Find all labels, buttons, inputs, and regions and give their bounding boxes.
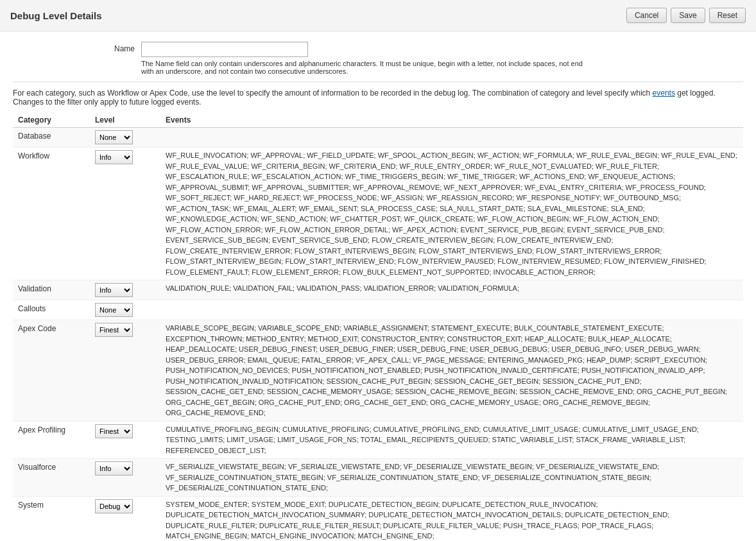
header-reset-button[interactable]: Reset	[709, 8, 746, 23]
table-row: SystemNoneInfoFineFinerFinestDebugWarnEr…	[13, 496, 743, 541]
level-select-callouts[interactable]: NoneInfoFineFinerFinestDebugWarnError	[95, 303, 133, 317]
events-cell: VARIABLE_SCOPE_BEGIN; VARIABLE_SCOPE_END…	[160, 320, 743, 422]
level-select-system[interactable]: NoneInfoFineFinerFinestDebugWarnError	[95, 499, 133, 513]
category-cell: Apex Profiling	[13, 421, 90, 459]
table-row: CalloutsNoneInfoFineFinerFinestDebugWarn…	[13, 300, 743, 320]
level-cell: NoneInfoFineFinerFinestDebugWarnError	[90, 496, 160, 541]
category-cell: Database	[13, 128, 90, 148]
level-select-workflow[interactable]: NoneInfoFineFinerFinestDebugWarnError	[95, 150, 133, 164]
level-select-visualforce[interactable]: NoneInfoFineFinerFinestDebugWarnError	[95, 461, 133, 476]
content-area: Name The Name field can only contain und…	[0, 31, 756, 541]
page-title: Debug Level Details	[10, 10, 102, 21]
events-cell: CUMULATIVE_PROFILING_BEGIN; CUMULATIVE_P…	[160, 421, 743, 459]
events-cell: WF_RULE_INVOCATION; WF_APPROVAL; WF_FIEL…	[160, 148, 743, 280]
table-row: WorkflowNoneInfoFineFinerFinestDebugWarn…	[13, 148, 743, 280]
level-cell: NoneInfoFineFinerFinestDebugWarnError	[90, 320, 160, 422]
name-row: Name The Name field can only contain und…	[13, 42, 743, 75]
category-cell: Workflow	[13, 148, 90, 280]
page-wrapper: Debug Level Details Cancel Save Reset Na…	[0, 0, 756, 541]
header-cancel-button[interactable]: Cancel	[626, 8, 667, 23]
category-cell: Visualforce	[13, 459, 90, 497]
name-input[interactable]	[141, 42, 308, 57]
category-cell: Apex Code	[13, 320, 90, 422]
events-cell: VF_SERIALIZE_VIEWSTATE_BEGIN; VF_SERIALI…	[160, 459, 743, 497]
level-select-apex-code[interactable]: NoneInfoFineFinerFinestDebugWarnError	[95, 323, 133, 337]
level-select-validation[interactable]: NoneInfoFineFinerFinestDebugWarnError	[95, 283, 133, 297]
table-row: DatabaseNoneInfoFineFinerFinestDebugWarn…	[13, 128, 743, 148]
table-row: VisualforceNoneInfoFineFinerFinestDebugW…	[13, 459, 743, 497]
level-cell: NoneInfoFineFinerFinestDebugWarnError	[90, 148, 160, 280]
table-row: Apex ProfilingNoneInfoFineFinerFinestDeb…	[13, 421, 743, 459]
name-input-area: The Name field can only contain undersco…	[141, 42, 743, 75]
level-cell: NoneInfoFineFinerFinestDebugWarnError	[90, 421, 160, 459]
category-cell: System	[13, 496, 90, 541]
category-cell: Validation	[13, 280, 90, 300]
events-cell	[160, 128, 743, 148]
header: Debug Level Details Cancel Save Reset	[0, 0, 756, 31]
category-cell: Callouts	[13, 300, 90, 320]
level-cell: NoneInfoFineFinerFinestDebugWarnError	[90, 128, 160, 148]
events-cell: SYSTEM_MODE_ENTER; SYSTEM_MODE_EXIT; DUP…	[160, 496, 743, 541]
name-label: Name	[13, 42, 141, 53]
name-hint: The Name field can only contain undersco…	[141, 60, 590, 75]
table-row: Apex CodeNoneInfoFineFinerFinestDebugWar…	[13, 320, 743, 422]
events-link[interactable]: events	[653, 89, 675, 98]
col-header-events: Events	[160, 113, 743, 128]
col-header-level: Level	[90, 113, 160, 128]
info-text: For each category, such as Workflow or A…	[13, 82, 743, 107]
table-row: ValidationNoneInfoFineFinerFinestDebugWa…	[13, 280, 743, 300]
header-save-button[interactable]: Save	[671, 8, 705, 23]
events-cell	[160, 300, 743, 320]
col-header-category: Category	[13, 113, 90, 128]
level-cell: NoneInfoFineFinerFinestDebugWarnError	[90, 280, 160, 300]
table-wrapper: Category Level Events DatabaseNoneInfoFi…	[13, 113, 743, 541]
level-select-database[interactable]: NoneInfoFineFinerFinestDebugWarnError	[95, 130, 133, 144]
events-cell: VALIDATION_RULE; VALIDATION_FAIL; VALIDA…	[160, 280, 743, 300]
debug-table: Category Level Events DatabaseNoneInfoFi…	[13, 113, 743, 541]
level-cell: NoneInfoFineFinerFinestDebugWarnError	[90, 459, 160, 497]
level-select-apex-profiling[interactable]: NoneInfoFineFinerFinestDebugWarnError	[95, 424, 133, 438]
header-buttons: Cancel Save Reset	[626, 8, 746, 23]
level-cell: NoneInfoFineFinerFinestDebugWarnError	[90, 300, 160, 320]
